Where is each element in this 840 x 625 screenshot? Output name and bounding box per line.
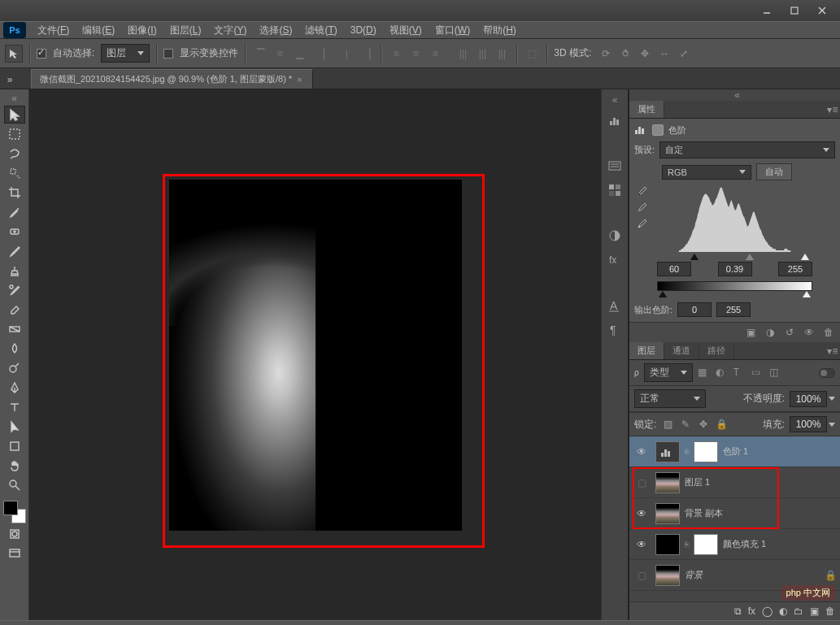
path-select-tool[interactable] xyxy=(4,418,25,436)
layer-thumb[interactable] xyxy=(655,472,680,493)
show-transform-checkbox[interactable] xyxy=(163,49,173,59)
filter-toggle[interactable] xyxy=(819,368,835,378)
panel-icon-color[interactable] xyxy=(605,156,625,176)
mask-thumb[interactable] xyxy=(694,534,718,555)
new-group-icon[interactable]: 🗀 xyxy=(794,605,803,617)
visibility-toggle[interactable]: ▢ xyxy=(633,477,651,488)
output-sliders[interactable] xyxy=(657,291,812,297)
menu-file[interactable]: 文件(F) xyxy=(31,22,76,38)
layer-name[interactable]: 颜色填充 1 xyxy=(723,538,837,550)
auto-align-icon[interactable]: ⬚ xyxy=(524,46,540,62)
layer-name[interactable]: 色阶 1 xyxy=(723,445,837,458)
link-layers-icon[interactable]: ⧉ xyxy=(734,605,742,617)
menu-filter[interactable]: 滤镜(T) xyxy=(298,22,343,38)
output-high-input[interactable]: 255 xyxy=(716,302,751,317)
panel-icon-styles[interactable]: fx xyxy=(605,250,625,270)
zoom-tool[interactable] xyxy=(4,476,25,494)
crop-tool[interactable] xyxy=(4,184,25,202)
filter-adjust-icon[interactable]: ◐ xyxy=(716,367,729,380)
shadows-input[interactable]: 60 xyxy=(657,262,691,276)
properties-tab[interactable]: 属性 xyxy=(629,101,664,118)
close-button[interactable] xyxy=(809,3,835,18)
menu-view[interactable]: 视图(V) xyxy=(383,22,429,38)
menu-select[interactable]: 选择(S) xyxy=(253,22,298,38)
align-left-icon[interactable]: ▏ xyxy=(319,46,335,62)
clip-to-layer-icon[interactable]: ▣ xyxy=(744,326,757,339)
distribute-hcenter-icon[interactable]: ||| xyxy=(474,46,490,62)
menu-image[interactable]: 图像(I) xyxy=(121,22,163,38)
adjustment-thumb[interactable] xyxy=(655,441,680,462)
quickmask-toggle[interactable] xyxy=(4,525,25,543)
layer-thumb[interactable] xyxy=(655,503,680,524)
auto-select-scope-dropdown[interactable]: 图层 xyxy=(101,44,150,63)
document-tab[interactable]: 微信截图_20210824154425.jpg @ 90.9% (色阶 1, 图… xyxy=(31,69,313,89)
quick-select-tool[interactable] xyxy=(4,164,25,182)
close-tab-icon[interactable]: × xyxy=(297,75,302,85)
layer-fx-icon[interactable]: fx xyxy=(748,605,755,617)
chevron-down-icon[interactable] xyxy=(829,397,835,401)
active-tool-icon[interactable] xyxy=(5,45,23,63)
layer-name[interactable]: 背景 副本 xyxy=(685,507,837,519)
fg-color[interactable] xyxy=(3,501,18,515)
panel-icon-swatches[interactable] xyxy=(605,180,625,200)
output-gradient[interactable] xyxy=(657,281,812,291)
gray-point-eyedropper[interactable] xyxy=(636,202,649,215)
pen-tool[interactable] xyxy=(4,379,25,397)
layer-row[interactable]: 👁 背景 副本 xyxy=(629,498,840,529)
menu-help[interactable]: 帮助(H) xyxy=(477,22,523,38)
panel-menu-icon[interactable]: ▾≡ xyxy=(825,104,840,115)
auto-select-checkbox[interactable] xyxy=(37,49,46,59)
align-vcenter-icon[interactable]: ≡ xyxy=(272,46,288,62)
menu-window[interactable]: 窗口(W) xyxy=(429,22,477,38)
layer-row[interactable]: ▢ 图层 1 xyxy=(629,467,840,498)
highlight-slider[interactable] xyxy=(801,254,809,260)
dodge-tool[interactable] xyxy=(4,359,25,377)
menu-layer[interactable]: 图层(L) xyxy=(163,22,208,38)
layer-name[interactable]: 图层 1 xyxy=(685,476,837,488)
previous-state-icon[interactable]: ◑ xyxy=(764,326,777,339)
visibility-toggle[interactable]: 👁 xyxy=(633,508,651,519)
minimize-button[interactable] xyxy=(754,3,780,18)
delete-layer-icon[interactable]: 🗑 xyxy=(825,605,835,617)
3d-slide-icon[interactable]: ↔ xyxy=(656,46,672,62)
align-right-icon[interactable]: ▕ xyxy=(358,46,374,62)
distribute-bottom-icon[interactable]: ≡ xyxy=(427,46,443,62)
3d-orbit-icon[interactable]: ⟳ xyxy=(598,46,614,62)
distribute-vcenter-icon[interactable]: ≡ xyxy=(407,46,424,62)
lock-pixels-icon[interactable]: ✎ xyxy=(679,418,692,431)
strip-collapse-icon[interactable]: « xyxy=(608,96,621,104)
lock-transparency-icon[interactable]: ▨ xyxy=(661,418,674,431)
marquee-tool[interactable] xyxy=(4,125,25,143)
brush-tool[interactable] xyxy=(4,242,25,260)
highlights-input[interactable]: 255 xyxy=(778,262,812,276)
history-brush-tool[interactable] xyxy=(4,281,25,299)
auto-button[interactable]: 自动 xyxy=(756,163,792,180)
black-point-eyedropper[interactable] xyxy=(636,185,649,198)
visibility-icon[interactable]: 👁 xyxy=(803,326,816,339)
healing-tool[interactable] xyxy=(4,223,25,241)
link-icon[interactable]: ⎘ xyxy=(685,448,689,456)
preset-dropdown[interactable]: 自定 xyxy=(659,141,835,158)
stamp-tool[interactable] xyxy=(4,262,25,280)
hand-tool[interactable] xyxy=(4,457,25,475)
eyedropper-tool[interactable] xyxy=(4,203,25,221)
visibility-toggle[interactable]: 👁 xyxy=(633,446,651,458)
reset-icon[interactable]: ↺ xyxy=(783,326,796,339)
filter-type-dropdown[interactable]: 类型 xyxy=(644,363,693,382)
distribute-right-icon[interactable]: ||| xyxy=(494,46,510,62)
midtone-slider[interactable] xyxy=(746,254,754,260)
output-low-input[interactable]: 0 xyxy=(677,302,712,317)
chevron-down-icon[interactable] xyxy=(829,423,835,427)
layer-name[interactable]: 背景 xyxy=(685,569,820,581)
layer-row[interactable]: 👁 ⎘ 颜色填充 1 xyxy=(629,529,840,560)
menu-type[interactable]: 文字(Y) xyxy=(207,22,253,38)
lock-position-icon[interactable]: ✥ xyxy=(697,418,710,431)
opacity-input[interactable]: 100% xyxy=(790,391,827,407)
filter-pixel-icon[interactable]: ▦ xyxy=(698,367,711,380)
menu-edit[interactable]: 编辑(E) xyxy=(76,22,121,38)
blur-tool[interactable] xyxy=(4,340,25,358)
move-tool[interactable] xyxy=(4,106,25,124)
align-hcenter-icon[interactable]: | xyxy=(338,46,355,62)
fill-thumb[interactable] xyxy=(655,534,680,555)
3d-pan-icon[interactable]: ✥ xyxy=(637,46,653,62)
